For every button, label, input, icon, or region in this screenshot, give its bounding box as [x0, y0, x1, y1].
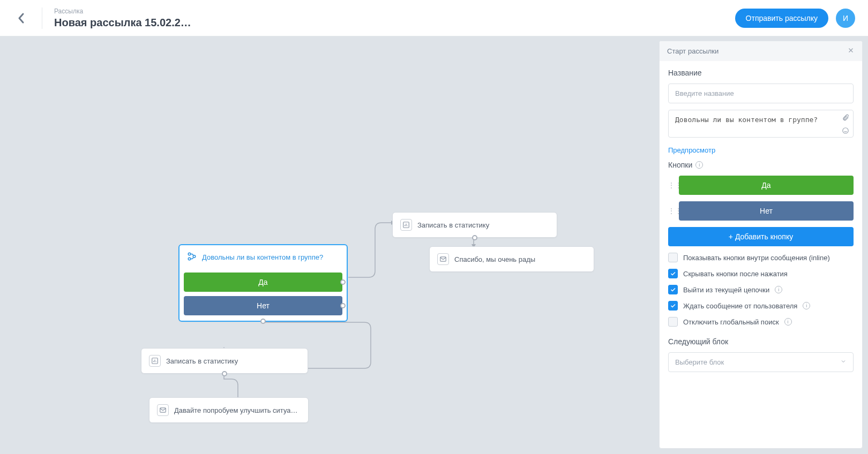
- choice-no-button[interactable]: Нет: [184, 296, 342, 315]
- choice-yes-button[interactable]: Да: [184, 273, 342, 292]
- breadcrumb-overline: Рассылка: [54, 7, 193, 15]
- back-button[interactable]: [13, 10, 30, 27]
- checkbox-inline[interactable]: [668, 253, 678, 262]
- svg-point-6: [193, 255, 196, 258]
- select-placeholder: Выберите блок: [675, 358, 724, 366]
- output-port[interactable]: [340, 279, 346, 285]
- name-label: Название: [668, 69, 854, 77]
- emoji-icon[interactable]: [842, 127, 849, 137]
- chevron-down-icon: [840, 358, 847, 366]
- divider: [42, 7, 42, 29]
- info-icon[interactable]: i: [784, 318, 792, 326]
- answer-button-yes[interactable]: Да: [679, 176, 854, 195]
- checkbox-label: Выйти из текущей цепочки: [683, 286, 769, 294]
- checkbox-label: Ждать сообщение от пользователя: [683, 302, 797, 310]
- svg-point-11: [843, 128, 849, 134]
- info-icon[interactable]: i: [695, 161, 703, 169]
- next-block-label: Следующий блок: [668, 337, 854, 346]
- message-textarea[interactable]: [668, 110, 854, 138]
- next-block-select[interactable]: Выберите блок: [668, 352, 854, 372]
- node-label: Записать в статистику: [417, 221, 489, 229]
- preview-link[interactable]: Предпросмотр: [668, 146, 854, 154]
- info-icon[interactable]: i: [803, 302, 810, 309]
- message-node[interactable]: Спасибо, мы очень рады: [429, 246, 594, 272]
- side-panel: Старт рассылки Название Предпросмотр Кно…: [659, 41, 863, 449]
- checkbox-label: Показывать кнопки внутри сообщения (inli…: [683, 254, 830, 262]
- message-node[interactable]: Давайте попробуем улучшить ситуацию! Что…: [149, 397, 309, 423]
- drag-handle-icon[interactable]: ⋮⋮: [668, 181, 675, 189]
- stats-node[interactable]: Записать в статистику: [392, 212, 557, 238]
- checkbox-hide-after-click[interactable]: [668, 269, 678, 278]
- start-node-question: Довольны ли вы контентом в группе?: [202, 253, 323, 261]
- panel-title: Старт рассылки: [667, 47, 719, 55]
- node-label: Записать в статистику: [166, 357, 238, 365]
- checkbox-exit-chain[interactable]: [668, 285, 678, 294]
- drag-handle-icon[interactable]: ⋮⋮: [668, 207, 675, 215]
- user-avatar[interactable]: И: [836, 9, 855, 28]
- branch-icon: [187, 252, 197, 263]
- stats-node[interactable]: Записать в статистику: [141, 348, 308, 374]
- checkbox-wait-user[interactable]: [668, 301, 678, 311]
- title-block: Рассылка Новая рассылка 15.02.22…: [54, 7, 193, 29]
- stats-icon: [149, 355, 161, 367]
- send-campaign-button[interactable]: Отправить рассылку: [735, 9, 828, 28]
- output-port-bottom[interactable]: [260, 319, 266, 324]
- add-button[interactable]: + Добавить кнопку: [668, 227, 854, 246]
- info-icon[interactable]: i: [775, 286, 782, 293]
- checkbox-disable-global[interactable]: [668, 317, 678, 327]
- app-header: Рассылка Новая рассылка 15.02.22… Отправ…: [0, 0, 868, 36]
- page-title: Новая рассылка 15.02.22…: [54, 16, 193, 29]
- answer-button-no[interactable]: Нет: [679, 201, 854, 221]
- attachment-icon[interactable]: [842, 114, 849, 124]
- panel-close-button[interactable]: [847, 47, 855, 56]
- output-port-bottom[interactable]: [472, 235, 477, 240]
- output-port-bottom[interactable]: [222, 371, 227, 376]
- checkbox-label: Отключить глобальный поиск: [683, 318, 779, 326]
- node-label: Спасибо, мы очень рады: [454, 255, 535, 263]
- stats-icon: [400, 219, 412, 231]
- mail-icon: [437, 253, 449, 265]
- name-input[interactable]: [668, 84, 854, 103]
- mail-icon: [157, 404, 169, 416]
- svg-point-4: [188, 253, 191, 255]
- svg-point-5: [188, 258, 191, 260]
- buttons-label: Кнопки: [668, 161, 692, 169]
- checkbox-label: Скрывать кнопки после нажатия: [683, 270, 788, 278]
- output-port[interactable]: [340, 303, 346, 308]
- start-node[interactable]: Довольны ли вы контентом в группе? Да Не…: [178, 244, 348, 322]
- node-label: Давайте попробуем улучшить ситуацию! Что…: [174, 406, 301, 414]
